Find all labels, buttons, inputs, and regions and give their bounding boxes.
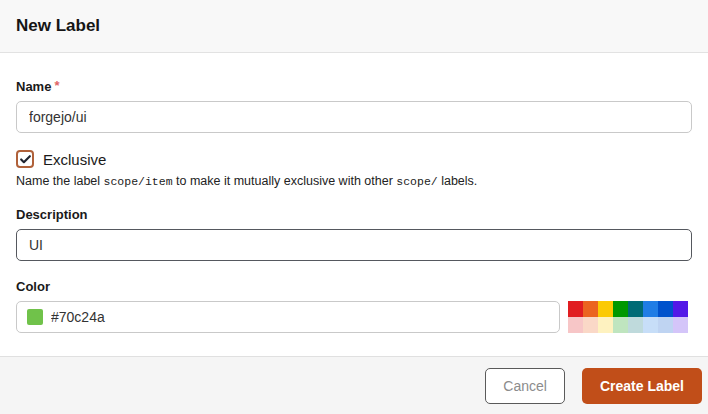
palette-swatch[interactable] <box>628 301 643 317</box>
palette-swatch[interactable] <box>583 317 598 333</box>
palette-swatch[interactable] <box>658 301 673 317</box>
help-part2: to make it mutually exclusive with other <box>173 174 397 188</box>
name-input[interactable] <box>16 101 692 133</box>
help-code-scope-item: scope/item <box>104 175 173 188</box>
palette-swatch[interactable] <box>568 301 583 317</box>
help-part3: labels. <box>438 174 478 188</box>
required-asterisk: * <box>54 78 59 93</box>
help-part1: Name the label <box>16 174 104 188</box>
create-label-button[interactable]: Create Label <box>582 368 702 404</box>
palette-swatch[interactable] <box>613 317 628 333</box>
color-palette <box>568 301 688 333</box>
color-field-block: Color <box>16 279 692 333</box>
description-field-block: Description <box>16 207 692 261</box>
palette-swatch[interactable] <box>658 317 673 333</box>
new-label-dialog: New Label Name* Exclusive Name the label… <box>0 0 708 414</box>
palette-swatch[interactable] <box>598 301 613 317</box>
dialog-footer: Cancel Create Label <box>0 356 708 414</box>
description-input[interactable] <box>16 229 692 261</box>
palette-swatch[interactable] <box>673 301 688 317</box>
palette-swatch[interactable] <box>583 301 598 317</box>
dialog-title: New Label <box>16 16 100 36</box>
color-hex-input[interactable] <box>51 302 549 332</box>
exclusive-checkbox[interactable] <box>16 150 34 168</box>
help-code-scope: scope/ <box>396 175 437 188</box>
palette-swatch[interactable] <box>598 317 613 333</box>
exclusive-help-text: Name the label scope/item to make it mut… <box>16 173 692 190</box>
name-label-text: Name <box>16 79 51 94</box>
exclusive-checkbox-row: Exclusive <box>16 149 692 169</box>
name-field-block: Name* <box>16 79 692 133</box>
palette-swatch[interactable] <box>643 301 658 317</box>
palette-swatch[interactable] <box>613 301 628 317</box>
palette-swatch[interactable] <box>673 317 688 333</box>
name-field-label: Name* <box>16 79 692 95</box>
cancel-button[interactable]: Cancel <box>485 368 565 404</box>
color-row <box>16 301 692 333</box>
exclusive-label[interactable]: Exclusive <box>43 151 106 168</box>
description-field-label: Description <box>16 207 692 223</box>
dialog-header: New Label <box>0 0 708 53</box>
palette-swatch[interactable] <box>643 317 658 333</box>
selected-color-swatch <box>27 309 43 325</box>
checkmark-icon <box>19 153 32 166</box>
dialog-body: Name* Exclusive Name the label scope/ite… <box>0 53 708 356</box>
palette-swatch[interactable] <box>628 317 643 333</box>
color-input[interactable] <box>16 301 560 333</box>
palette-swatch[interactable] <box>568 317 583 333</box>
color-field-label: Color <box>16 279 692 295</box>
